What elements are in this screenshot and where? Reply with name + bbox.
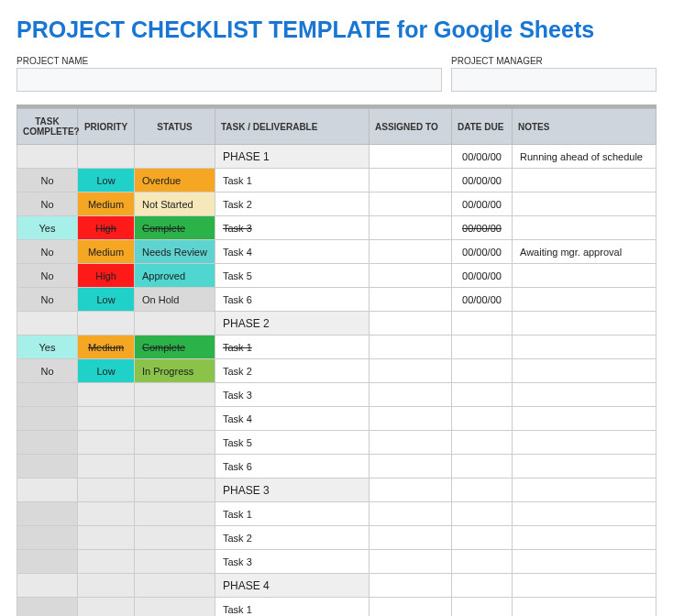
cell-status[interactable]: Needs Review — [135, 240, 215, 264]
cell-notes[interactable] — [513, 359, 656, 383]
cell-status[interactable]: Complete — [135, 336, 215, 359]
cell-assigned[interactable] — [370, 169, 452, 192]
cell-date[interactable] — [452, 383, 513, 407]
cell-notes[interactable] — [513, 598, 656, 617]
cell-status[interactable] — [135, 383, 215, 407]
cell-task[interactable]: Task 3 — [215, 383, 370, 407]
cell-date[interactable] — [452, 526, 513, 550]
cell-task[interactable]: Task 1 — [215, 336, 370, 359]
cell-date[interactable] — [452, 502, 513, 526]
cell-status[interactable] — [135, 431, 215, 455]
cell-priority[interactable] — [78, 383, 135, 407]
cell-status[interactable] — [135, 455, 215, 478]
cell-notes[interactable] — [513, 192, 656, 216]
cell-priority[interactable] — [78, 431, 135, 455]
cell-priority[interactable] — [78, 455, 135, 478]
cell-complete[interactable]: No — [17, 288, 78, 312]
cell-assigned[interactable] — [370, 336, 452, 359]
cell-date[interactable] — [452, 598, 513, 617]
cell-complete[interactable] — [17, 502, 78, 526]
cell-priority[interactable] — [78, 550, 135, 574]
cell-date[interactable] — [452, 574, 513, 598]
cell-assigned[interactable] — [370, 574, 452, 598]
cell-notes[interactable]: Running ahead of schedule — [513, 145, 656, 169]
cell-notes[interactable] — [513, 216, 656, 240]
cell-priority[interactable] — [78, 598, 135, 617]
cell-status[interactable] — [135, 526, 215, 550]
cell-complete[interactable] — [17, 526, 78, 550]
cell-complete[interactable]: No — [17, 192, 78, 216]
cell-date[interactable]: 00/00/00 — [452, 192, 513, 216]
cell-date[interactable]: 00/00/00 — [452, 264, 513, 288]
cell-priority[interactable]: Low — [78, 288, 135, 312]
cell-complete[interactable]: No — [17, 359, 78, 383]
cell-assigned[interactable] — [370, 407, 452, 431]
cell-date[interactable] — [452, 455, 513, 478]
cell-priority[interactable] — [78, 145, 135, 169]
cell-priority[interactable]: Medium — [78, 192, 135, 216]
cell-status[interactable] — [135, 574, 215, 598]
cell-assigned[interactable] — [370, 264, 452, 288]
cell-task[interactable]: Task 6 — [215, 455, 370, 478]
cell-notes[interactable] — [513, 478, 656, 502]
cell-notes[interactable] — [513, 264, 656, 288]
cell-assigned[interactable] — [370, 478, 452, 502]
cell-assigned[interactable] — [370, 288, 452, 312]
cell-complete[interactable] — [17, 145, 78, 169]
cell-priority[interactable]: Medium — [78, 240, 135, 264]
cell-priority[interactable]: High — [78, 264, 135, 288]
cell-task[interactable]: Task 2 — [215, 359, 370, 383]
cell-complete[interactable] — [17, 478, 78, 502]
cell-date[interactable]: 00/00/00 — [452, 288, 513, 312]
cell-date[interactable] — [452, 359, 513, 383]
cell-assigned[interactable] — [370, 526, 452, 550]
cell-complete[interactable] — [17, 407, 78, 431]
cell-assigned[interactable] — [370, 598, 452, 617]
cell-complete[interactable] — [17, 550, 78, 574]
cell-assigned[interactable] — [370, 455, 452, 478]
cell-status[interactable]: In Progress — [135, 359, 215, 383]
cell-assigned[interactable] — [370, 359, 452, 383]
cell-notes[interactable] — [513, 550, 656, 574]
cell-status[interactable]: Approved — [135, 264, 215, 288]
cell-status[interactable] — [135, 407, 215, 431]
cell-task[interactable]: Task 3 — [215, 216, 370, 240]
cell-priority[interactable]: Low — [78, 169, 135, 192]
cell-phase-title[interactable]: PHASE 4 — [215, 574, 370, 598]
cell-task[interactable]: Task 4 — [215, 407, 370, 431]
cell-assigned[interactable] — [370, 431, 452, 455]
cell-status[interactable]: Complete — [135, 216, 215, 240]
project-name-input[interactable] — [17, 68, 442, 92]
cell-assigned[interactable] — [370, 240, 452, 264]
cell-complete[interactable] — [17, 455, 78, 478]
cell-date[interactable]: 00/00/00 — [452, 216, 513, 240]
cell-assigned[interactable] — [370, 216, 452, 240]
cell-complete[interactable] — [17, 598, 78, 617]
cell-notes[interactable] — [513, 288, 656, 312]
cell-status[interactable]: Not Started — [135, 192, 215, 216]
cell-task[interactable]: Task 1 — [215, 502, 370, 526]
cell-notes[interactable] — [513, 431, 656, 455]
cell-phase-title[interactable]: PHASE 1 — [215, 145, 370, 169]
cell-priority[interactable] — [78, 312, 135, 336]
project-manager-input[interactable] — [451, 68, 656, 92]
cell-phase-title[interactable]: PHASE 2 — [215, 312, 370, 336]
cell-date[interactable] — [452, 478, 513, 502]
cell-notes[interactable] — [513, 455, 656, 478]
cell-complete[interactable] — [17, 383, 78, 407]
cell-priority[interactable] — [78, 407, 135, 431]
cell-task[interactable]: Task 5 — [215, 264, 370, 288]
cell-task[interactable]: Task 4 — [215, 240, 370, 264]
cell-complete[interactable] — [17, 312, 78, 336]
cell-complete[interactable]: Yes — [17, 336, 78, 359]
cell-complete[interactable]: No — [17, 264, 78, 288]
cell-status[interactable] — [135, 502, 215, 526]
cell-status[interactable] — [135, 312, 215, 336]
cell-date[interactable]: 00/00/00 — [452, 240, 513, 264]
cell-status[interactable] — [135, 598, 215, 617]
cell-date[interactable] — [452, 407, 513, 431]
cell-assigned[interactable] — [370, 550, 452, 574]
cell-status[interactable]: On Hold — [135, 288, 215, 312]
cell-status[interactable]: Overdue — [135, 169, 215, 192]
cell-notes[interactable] — [513, 169, 656, 192]
